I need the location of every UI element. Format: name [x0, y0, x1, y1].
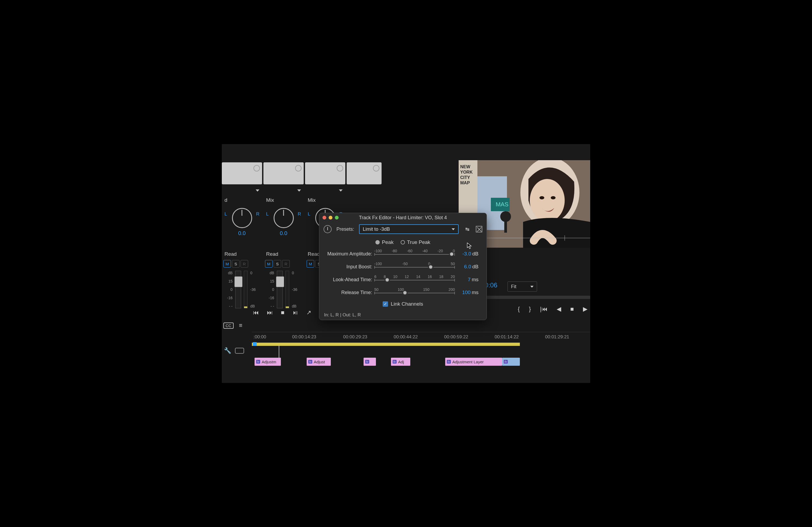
- timeline-clip[interactable]: fxAdj: [391, 358, 410, 366]
- svg-text:YORK: YORK: [460, 170, 473, 175]
- mark-in-button[interactable]: {: [518, 306, 520, 313]
- step-back-button[interactable]: ◀: [557, 306, 561, 313]
- fx-power-button[interactable]: [323, 225, 332, 233]
- svg-text:MAP: MAP: [460, 181, 470, 185]
- timeline-ruler[interactable]: :00:00 00:00:14:23 00:00:29:23 00:00:44:…: [252, 332, 590, 343]
- solo-button[interactable]: S: [274, 260, 281, 268]
- stop-button[interactable]: ■: [570, 306, 574, 313]
- volume-fader[interactable]: [277, 271, 283, 308]
- fx-badge-icon: fx: [393, 360, 396, 364]
- mute-button[interactable]: M: [265, 260, 273, 268]
- channel-insert-slot[interactable]: [263, 162, 304, 184]
- param-slider[interactable]: 50100150200: [374, 288, 455, 297]
- param-row: Input Boost:-100-500506.0dB: [325, 260, 481, 273]
- slider-thumb[interactable]: [385, 278, 389, 282]
- param-slider[interactable]: 68101214161820: [374, 275, 455, 284]
- param-value[interactable]: -3.0: [462, 251, 471, 257]
- chevron-down-icon: [452, 228, 455, 230]
- channel-output-dropdown[interactable]: Mix: [263, 196, 304, 205]
- record-arm-button[interactable]: R: [241, 260, 248, 268]
- reset-icon[interactable]: [476, 226, 482, 232]
- go-to-out-button[interactable]: ⏭: [267, 309, 273, 316]
- volume-fader[interactable]: [235, 271, 241, 308]
- mixer-transport: ⏮ ⏭ ■ ⏯ ↗: [253, 309, 325, 316]
- true-peak-radio[interactable]: True Peak: [401, 239, 431, 245]
- playhead[interactable]: [253, 342, 257, 346]
- loop-button[interactable]: ↗: [306, 309, 311, 316]
- chevron-down-icon: [530, 286, 534, 288]
- play-button[interactable]: ▶: [583, 306, 588, 313]
- automation-mode-dropdown[interactable]: Read: [222, 249, 262, 259]
- level-meter: [286, 271, 289, 308]
- go-to-in-button[interactable]: ⏮: [253, 309, 259, 316]
- record-arm-button[interactable]: R: [282, 260, 290, 268]
- param-label: Release Time:: [325, 290, 374, 296]
- timeline-video-track[interactable]: fxAdjustmfxAdjustfxfxAdjfxAdjustment Lay…: [252, 358, 590, 368]
- pan-value[interactable]: 0.0: [222, 230, 262, 236]
- fx-badge-icon: fx: [308, 360, 312, 364]
- param-label: Input Boost:: [325, 264, 374, 270]
- chevron-down-icon: [339, 190, 343, 192]
- mute-button[interactable]: M: [307, 260, 314, 268]
- param-value[interactable]: 100: [462, 289, 471, 295]
- timeline-track-header: 🔧: [222, 332, 251, 370]
- panel-menu-icon[interactable]: ≡: [239, 322, 243, 329]
- pan-value[interactable]: 0.0: [263, 230, 304, 236]
- channel-sends-dropdown[interactable]: [305, 186, 345, 195]
- svg-text:MAS: MAS: [496, 201, 509, 208]
- program-transport: { } |⏮ ◀ ■ ▶: [518, 306, 590, 313]
- param-slider[interactable]: -100-50050: [374, 262, 455, 271]
- param-slider[interactable]: -100-80-60-40-200: [374, 249, 455, 258]
- channel-map-icon[interactable]: ↹: [463, 225, 471, 233]
- slider-thumb[interactable]: [450, 252, 454, 256]
- param-row: Release Time:50100150200100ms: [325, 286, 481, 299]
- svg-text:CITY: CITY: [460, 175, 470, 180]
- timeline-clip[interactable]: fxAdjustm: [255, 358, 281, 366]
- preset-dropdown[interactable]: Limit to -3dB: [359, 224, 459, 234]
- timeline-clip[interactable]: fx: [502, 358, 520, 366]
- channel-insert-slot[interactable]: [347, 162, 381, 184]
- svg-rect-11: [504, 216, 507, 232]
- channel-insert-slot[interactable]: [305, 162, 345, 184]
- presets-label: Presets:: [336, 226, 354, 232]
- channel-output-dropdown[interactable]: d: [222, 196, 262, 205]
- timeline-clip[interactable]: fxAdjustment Layer: [445, 358, 502, 366]
- program-zoom-dropdown[interactable]: Fit: [508, 282, 537, 292]
- chevron-down-icon: [256, 190, 259, 192]
- level-meter: [244, 271, 248, 308]
- track-fx-editor-dialog: Track Fx Editor - Hard Limiter: VO, Slot…: [319, 213, 487, 320]
- captions-track-icon[interactable]: [235, 348, 244, 353]
- wrench-icon[interactable]: 🔧: [224, 347, 231, 354]
- mark-out-button[interactable]: }: [529, 306, 531, 313]
- pan-knob[interactable]: [232, 208, 252, 228]
- mixer-channel: Mix LR 0.0 Read M S R dB150-16- - 0-36dB: [263, 162, 304, 313]
- go-to-in-button[interactable]: |⏮: [540, 306, 548, 313]
- peak-radio[interactable]: Peak: [375, 239, 393, 245]
- solo-button[interactable]: S: [232, 260, 240, 268]
- slider-thumb[interactable]: [429, 265, 433, 269]
- link-channels-checkbox[interactable]: ✓: [383, 301, 388, 307]
- mute-button[interactable]: M: [223, 260, 231, 268]
- timeline-work-area[interactable]: [252, 343, 590, 349]
- program-scrubber[interactable]: [485, 296, 590, 299]
- timeline-clip[interactable]: fxAdjust: [307, 358, 331, 366]
- channel-output-dropdown[interactable]: Mix: [305, 196, 345, 205]
- marker[interactable]: [279, 345, 279, 359]
- svg-text:NEW: NEW: [460, 165, 470, 169]
- channel-insert-slot[interactable]: [222, 162, 262, 184]
- automation-mode-dropdown[interactable]: Read: [263, 249, 304, 259]
- fx-badge-icon: fx: [447, 360, 451, 364]
- captions-button[interactable]: CC: [223, 322, 234, 329]
- play-in-out-button[interactable]: ⏯: [292, 309, 298, 316]
- param-value[interactable]: 6.0: [464, 264, 471, 269]
- svg-point-8: [551, 196, 555, 199]
- pan-knob[interactable]: [274, 208, 294, 228]
- stop-button[interactable]: ■: [281, 309, 284, 316]
- fader-scale: dB150-16- -: [224, 271, 233, 308]
- channel-sends-dropdown[interactable]: [263, 186, 304, 195]
- param-value[interactable]: 7: [468, 277, 471, 282]
- slider-thumb[interactable]: [403, 291, 407, 295]
- timeline-clip[interactable]: fx: [364, 358, 376, 366]
- timeline-toolbar: CC ≡: [222, 320, 590, 331]
- channel-sends-dropdown[interactable]: [222, 186, 262, 195]
